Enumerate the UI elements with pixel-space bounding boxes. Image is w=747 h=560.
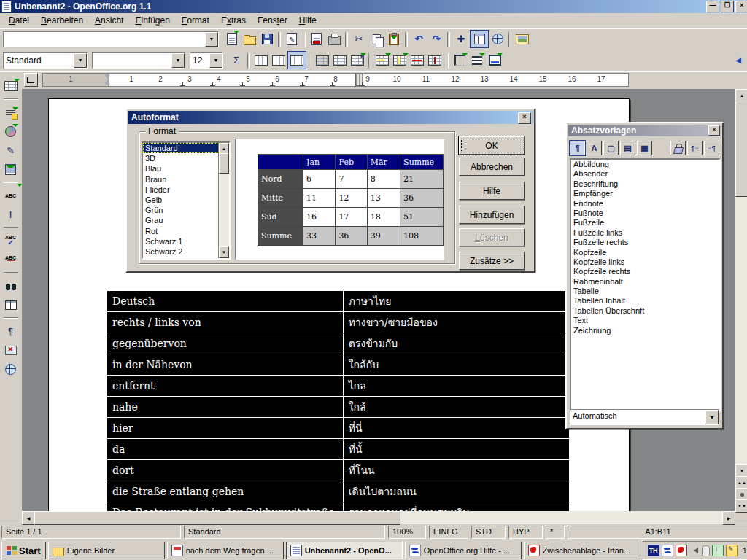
task-button[interactable]: nach dem Weg fragen ... [167,542,284,559]
format-option[interactable]: Braun [143,174,229,184]
status-modified[interactable]: * [546,526,565,539]
thai-cell[interactable]: รานอาหานอยู่ที่ถนนสุขุมวิม [343,502,570,512]
find-replace-button[interactable] [2,277,20,295]
table-row[interactable]: die Straße entlang gehenเดินไปตามถนน [107,481,570,502]
style-item[interactable]: Tabellen Überschrift [571,306,719,316]
task-button[interactable]: Zwischenablage - Irfan... [524,542,640,559]
format-list-scrollbar[interactable]: ▲ ▼ [218,143,229,258]
table-row[interactable]: dortที่โนน [107,460,570,481]
german-cell[interactable]: Deutsch [107,290,343,312]
border-color-button[interactable] [486,52,503,69]
font-input[interactable] [93,53,171,68]
vocabulary-table[interactable]: Deutschภาษาไทยrechts / links vonทางขวา/ซ… [106,289,570,511]
table-borders-button[interactable] [331,52,349,69]
german-cell[interactable]: Das Restaurant ist in der Sukhumvitstraß… [107,502,343,512]
style-item[interactable]: Text [571,316,719,325]
table-row[interactable]: hierที่นี่ [107,418,570,439]
style-item[interactable]: Empfänger [571,189,719,198]
style-item[interactable]: Fußzeile [571,218,719,228]
insert-fields-button[interactable] [2,104,20,121]
german-cell[interactable]: in der Nähevon [107,354,343,376]
insert-column-button[interactable] [391,52,409,69]
status-insert-mode[interactable]: EINFG [429,526,468,539]
borders-button[interactable] [451,52,468,69]
style-item[interactable]: Abbildung [571,160,719,169]
status-selection-mode[interactable]: STD [471,526,506,539]
status-page-style[interactable]: Standard [184,526,385,539]
style-item[interactable]: Tabellen Inhalt [571,296,719,306]
save-button[interactable] [258,31,276,47]
table-row[interactable]: daที่นั้ [107,439,570,460]
insert-row-button[interactable] [374,52,391,69]
german-cell[interactable]: nahe [107,397,343,418]
url-combo[interactable]: ▼ [3,31,219,47]
pen-tablet-icon[interactable] [726,545,738,556]
list-scroll-thumb[interactable] [219,153,229,174]
maximize-icon[interactable]: ❐ [721,1,734,12]
thai-cell[interactable]: ใกล้ [343,397,570,418]
border-style-button[interactable] [468,52,486,69]
optimize-columns-button[interactable] [287,51,306,69]
style-dropdown-icon[interactable]: ▼ [74,53,87,68]
task-button[interactable]: Unbenannt2 - OpenO... [286,542,403,559]
insert-table-button[interactable] [2,77,20,95]
menu-item-datei[interactable]: Datei [3,14,35,27]
vscroll-thumb[interactable] [735,101,747,197]
status-page[interactable]: Seite 1 / 1 [1,526,181,539]
quickstarter-icon[interactable] [662,545,673,556]
thai-cell[interactable]: ตรงข้ามกับ [343,333,570,354]
format-option[interactable]: Schwarz 2 [143,246,229,257]
export-pdf-button[interactable] [308,31,325,47]
menu-item-bearbeiten[interactable]: Bearbeiten [35,14,89,27]
menu-item-einfügen[interactable]: Einfügen [129,14,175,27]
url-dropdown-icon[interactable]: ▼ [205,32,218,47]
format-list[interactable]: Standard3DBlauBraunFliederGelbGrünGrauRo… [142,141,231,260]
stylist-title-bar[interactable]: Absatzvorlagen [568,125,721,136]
style-filter-dropdown-icon[interactable]: ▼ [705,410,719,424]
insert-object-button[interactable] [2,122,20,140]
data-sources-button[interactable] [2,296,20,314]
close-icon[interactable]: × [735,1,747,12]
german-cell[interactable]: rechts / links von [107,312,343,333]
style-filter-combo[interactable]: Automatisch ▼ [570,409,719,425]
delete-column-button[interactable] [426,52,444,69]
style-item[interactable]: Endnote [571,199,719,209]
style-item[interactable]: Fußnote [571,209,719,218]
spellcheck-button[interactable]: ABC [2,232,20,249]
print-button[interactable] [325,31,343,47]
german-cell[interactable]: entfernt [107,376,343,397]
thai-cell[interactable]: ไกล [343,376,570,397]
fontsize-input[interactable] [190,53,209,68]
style-item[interactable]: Absender [571,169,719,179]
style-list[interactable]: AbbildungAbsenderBeschriftungEmpfängerEn… [570,158,721,412]
style-item[interactable]: Fußzeile rechts [571,238,719,247]
style-item[interactable]: Kopfzeile rechts [571,267,719,276]
format-option[interactable]: Schwarz 1 [143,236,229,246]
ok-button[interactable]: OK [459,136,525,155]
font-combo[interactable]: ▼ [92,52,185,69]
style-item[interactable]: Rahmeninhalt [571,277,719,287]
form-functions-button[interactable] [2,160,20,178]
format-option[interactable]: Gelb [143,195,229,205]
stylist-button[interactable] [470,30,489,48]
menu-item-format[interactable]: Format [176,14,215,27]
open-button[interactable] [241,31,258,47]
status-table-cell[interactable]: A1:B11 [568,526,747,539]
gallery-button[interactable] [514,31,531,47]
new-style-from-selection-button[interactable]: ¶≡ [687,141,703,155]
font-dropdown-icon[interactable]: ▼ [171,53,185,68]
undo-button[interactable]: ↶ [410,31,427,47]
fill-format-mode-button[interactable] [670,141,686,155]
url-input[interactable] [4,32,205,47]
thai-cell[interactable]: ที่นั้ [343,439,570,460]
indent-marker[interactable] [104,74,111,85]
thai-cell[interactable]: ภาษาไทย [343,290,570,312]
frame-styles-button[interactable]: ▢ [603,141,619,155]
minimize-icon[interactable]: — [706,1,719,12]
stylist-close-icon[interactable]: × [708,125,720,136]
thai-cell[interactable]: ที่นี่ [343,418,570,439]
cut-button[interactable]: ✂ [350,31,368,47]
volume-icon[interactable] [689,545,700,556]
horizontal-ruler[interactable]: 11234567891011121314151617 [42,73,629,87]
numbering-styles-button[interactable]: ▦ [637,141,652,155]
